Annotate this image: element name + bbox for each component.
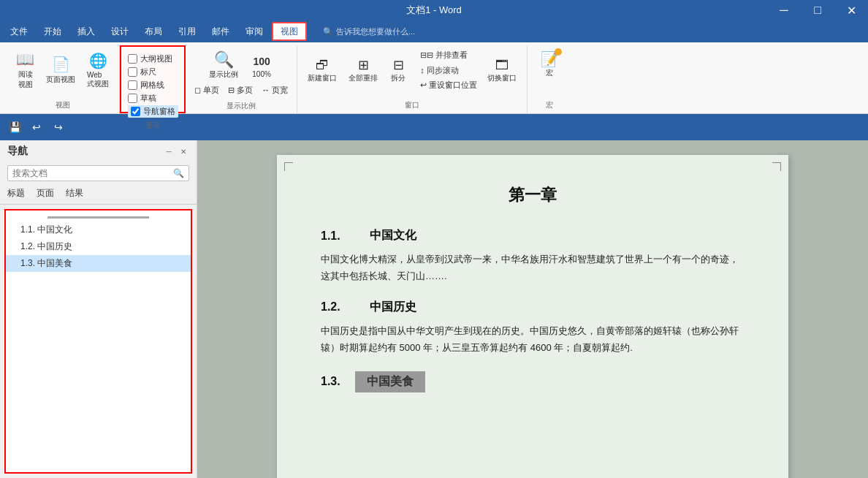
quick-access-toolbar: 💾 ↩ ↪	[0, 114, 868, 140]
ruler-checkbox[interactable]: 标尺	[128, 66, 178, 78]
nav-tab-headings[interactable]: 标题	[7, 186, 25, 204]
nav-search-input[interactable]	[12, 168, 173, 178]
zoom-icon: 🔍	[214, 50, 234, 69]
ribbon: 📖 阅读视图 📄 页面视图 🌐 Web式视图 视图 大纲视图 标尺	[0, 42, 868, 114]
new-window-label: 新建窗口	[308, 73, 337, 83]
macro-orange-dot	[555, 48, 562, 56]
page-view-button[interactable]: 📄 页面视图	[42, 53, 80, 87]
zoom-100-icon: 100	[250, 53, 273, 70]
switch-label: 切换窗口	[487, 73, 517, 83]
maximize-button[interactable]: □	[801, 0, 834, 20]
split-icon: ⊟	[393, 57, 404, 73]
page-label: 页面视图	[46, 75, 75, 85]
menu-review[interactable]: 审阅	[238, 22, 270, 41]
macro-group-label: 宏	[546, 97, 553, 110]
display-group-label: 显示	[145, 118, 160, 131]
window-row1: 🗗 新建窗口 ⊞ 全部重排 ⊟ 拆分 ⊟⊟ 并排查看 ↕ 同步滚动 ↩ 重设窗口…	[303, 48, 521, 93]
gridlines-input[interactable]	[128, 80, 137, 90]
nav-search-icon[interactable]: 🔍	[173, 168, 184, 178]
split-label: 拆分	[391, 73, 406, 83]
document-page: 第一章 1.1. 中国文化 中国文化博大精深，从皇帝到汉武帝一来，中华名族用汗水…	[277, 155, 788, 478]
nav-item-culture[interactable]: 1.1. 中国文化	[6, 221, 191, 238]
new-window-button[interactable]: 🗗 新建窗口	[303, 56, 341, 86]
nav-title: 导航	[7, 145, 28, 158]
draft-checkbox[interactable]: 草稿	[128, 92, 178, 105]
minimize-button[interactable]: ─	[767, 0, 801, 20]
doc-section-1-1-heading: 1.1. 中国文化	[321, 228, 745, 243]
section-1-3-number: 1.3.	[321, 375, 340, 388]
reading-label: 阅读视图	[18, 69, 33, 90]
save-button[interactable]: 💾	[6, 118, 23, 136]
outline-view-label: 大纲视图	[140, 53, 172, 64]
outline-view-checkbox[interactable]: 大纲视图	[128, 53, 178, 65]
nav-search-box[interactable]: 🔍	[7, 165, 189, 181]
title-bar: 文档1 - Word ─ □ ✕	[0, 0, 868, 20]
sync-scroll-button[interactable]: ↕ 同步滚动	[417, 64, 480, 78]
zoom-row: 🔍 显示比例 100 100%	[205, 48, 277, 82]
menu-file[interactable]: 文件	[3, 22, 35, 41]
search-icon: 🔍	[323, 27, 333, 37]
menu-mail[interactable]: 邮件	[205, 22, 237, 41]
page-icon: 📄	[52, 56, 70, 73]
switch-window-button[interactable]: 🗔 切换窗口	[483, 56, 521, 86]
nav-minimize-icon[interactable]: ─	[163, 145, 175, 157]
section-1-1-title: 中国文化	[370, 228, 416, 243]
nav-controls: ─ ✕	[163, 145, 189, 157]
zoom-button[interactable]: 🔍 显示比例	[205, 48, 243, 82]
view-buttons-row: 📖 阅读视图 📄 页面视图 🌐 Web式视图	[12, 48, 113, 92]
menu-search: 🔍 告诉我您想要做什么...	[323, 26, 415, 37]
side-by-side-button[interactable]: ⊟⊟ 并排查看	[417, 48, 480, 63]
page-width-button[interactable]: ↔ 页宽	[259, 83, 291, 98]
nav-tab-pages[interactable]: 页面	[37, 186, 54, 204]
reset-window-button[interactable]: ↩ 重设窗口位置	[417, 78, 480, 93]
draft-input[interactable]	[128, 94, 137, 103]
macro-label: 宏	[546, 68, 553, 78]
gridlines-checkbox[interactable]: 网格线	[128, 79, 178, 91]
nav-header: 导航 ─ ✕	[0, 140, 197, 162]
doc-section-1-2-body: 中国历史是指中国从中华文明产生到现在的历史。中国历史悠久，自黄帝部落的姬轩辕（也…	[321, 322, 745, 357]
zoom-100-button[interactable]: 100 100%	[245, 50, 277, 80]
menu-view[interactable]: 视图	[272, 22, 307, 41]
nav-tab-results[interactable]: 结果	[66, 186, 83, 204]
ruler-input[interactable]	[128, 67, 137, 77]
nav-pane-input[interactable]	[131, 107, 140, 116]
web-view-button[interactable]: 🌐 Web式视图	[83, 50, 113, 91]
corner-tr	[772, 162, 781, 171]
switch-icon: 🗔	[495, 58, 509, 73]
section-1-3-title-highlighted: 中国美食	[355, 371, 425, 392]
undo-button[interactable]: ↩	[28, 118, 45, 136]
split-button[interactable]: ⊟ 拆分	[385, 55, 411, 86]
nav-item-history[interactable]: 1.2. 中国历史	[6, 238, 191, 255]
menu-reference[interactable]: 引用	[171, 22, 203, 41]
nav-item-food[interactable]: 1.3. 中国美食	[6, 255, 191, 272]
close-button[interactable]: ✕	[834, 0, 868, 20]
navigation-panel: 导航 ─ ✕ 🔍 标题 页面 结果 1.1. 中国文化	[0, 140, 197, 478]
outline-view-input[interactable]	[128, 54, 137, 64]
nav-content-wrapper: 1.1. 中国文化 1.2. 中国历史 1.3. 中国美食	[4, 209, 192, 474]
nav-close-icon[interactable]: ✕	[178, 145, 189, 157]
menu-design[interactable]: 设计	[104, 22, 136, 41]
arrange-icon: ⊞	[358, 57, 369, 73]
menu-home[interactable]: 开始	[37, 22, 69, 41]
doc-section-1-1-body: 中国文化博大精深，从皇帝到汉武帝一来，中华名族用汗水和智慧建筑了世界上一个有一个…	[321, 251, 745, 285]
zoom-options-row: ◻ 单页 ⊟ 多页 ↔ 页宽	[191, 83, 291, 98]
view-group-label: 视图	[56, 97, 70, 110]
doc-section-1-3-heading: 1.3. 中国美食	[321, 371, 745, 392]
window-group-label: 窗口	[405, 97, 419, 110]
menu-insert[interactable]: 插入	[70, 22, 102, 41]
menu-layout[interactable]: 布局	[137, 22, 170, 41]
nav-pane-label: 导航窗格	[143, 106, 175, 117]
arrange-label: 全部重排	[349, 73, 378, 83]
nav-tabs: 标题 页面 结果	[0, 184, 197, 205]
main-area: 导航 ─ ✕ 🔍 标题 页面 结果 1.1. 中国文化	[0, 140, 868, 478]
multi-page-button[interactable]: ⊟ 多页	[225, 83, 256, 98]
web-icon: 🌐	[89, 52, 107, 69]
reading-view-button[interactable]: 📖 阅读视图	[12, 48, 39, 92]
menu-bar: 文件 开始 插入 设计 布局 引用 邮件 审阅 视图 🔍 告诉我您想要做什么..…	[0, 20, 868, 42]
zoom-100-label: 100%	[252, 70, 271, 78]
nav-pane-checkbox[interactable]: 导航窗格	[128, 105, 178, 118]
arrange-all-button[interactable]: ⊞ 全部重排	[344, 55, 382, 86]
document-area: 第一章 1.1. 中国文化 中国文化博大精深，从皇帝到汉武帝一来，中华名族用汗水…	[197, 140, 868, 478]
single-page-button[interactable]: ◻ 单页	[191, 83, 222, 98]
redo-button[interactable]: ↪	[50, 118, 67, 136]
